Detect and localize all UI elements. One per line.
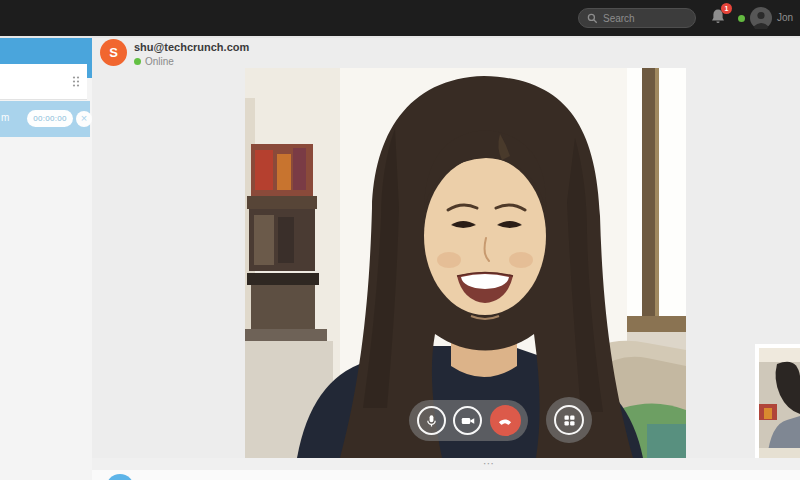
notification-badge: 1 <box>721 3 732 14</box>
call-item-name: m <box>1 112 9 123</box>
search-input[interactable] <box>603 13 685 24</box>
chat-area-top <box>92 470 800 480</box>
four-squares-icon <box>562 413 577 428</box>
call-timer: 00:00:00 <box>27 110 73 127</box>
camera-icon <box>460 413 476 429</box>
own-presence-dot <box>738 15 745 22</box>
call-controls <box>409 400 528 441</box>
chat-message-avatar <box>106 474 134 480</box>
sidebar-header <box>0 38 92 64</box>
call-close-button[interactable]: × <box>76 111 92 127</box>
end-call-button[interactable] <box>490 405 521 436</box>
skype-window: 1 Jon m 00:00:00 <box>0 0 800 480</box>
search-icon <box>587 13 598 24</box>
person-icon <box>750 7 772 29</box>
presence-row: Online <box>134 56 174 67</box>
dialpad-icon <box>72 75 82 89</box>
self-view-video[interactable] <box>755 344 800 462</box>
contact-avatar[interactable]: S <box>100 39 127 66</box>
sidebar: m 00:00:00 × <box>0 38 92 480</box>
more-options-ring <box>554 405 584 435</box>
online-status-dot <box>134 58 141 65</box>
self-view-illustration <box>759 348 800 458</box>
top-bar: 1 Jon <box>0 0 800 36</box>
sidebar-edge <box>87 38 92 78</box>
hangup-icon <box>497 413 513 429</box>
more-options-button[interactable] <box>546 397 592 443</box>
user-name: Jon <box>777 12 793 23</box>
online-status-text: Online <box>145 56 174 67</box>
search-box[interactable] <box>578 8 696 28</box>
toggle-video-button[interactable] <box>453 406 482 435</box>
microphone-icon <box>424 413 439 429</box>
profile-button[interactable] <box>750 7 772 29</box>
splitter-handle-icon[interactable]: ⋯ <box>483 457 495 469</box>
mute-microphone-button[interactable] <box>417 406 446 435</box>
topbar-divider <box>0 36 800 38</box>
contact-name: shu@techcrunch.com <box>134 41 249 53</box>
video-chat-splitter[interactable]: ⋯ <box>92 458 800 470</box>
active-call-list-item[interactable]: m 00:00:00 × <box>0 101 90 137</box>
sidebar-search-row[interactable] <box>0 64 87 100</box>
notifications-button[interactable]: 1 <box>708 7 732 31</box>
